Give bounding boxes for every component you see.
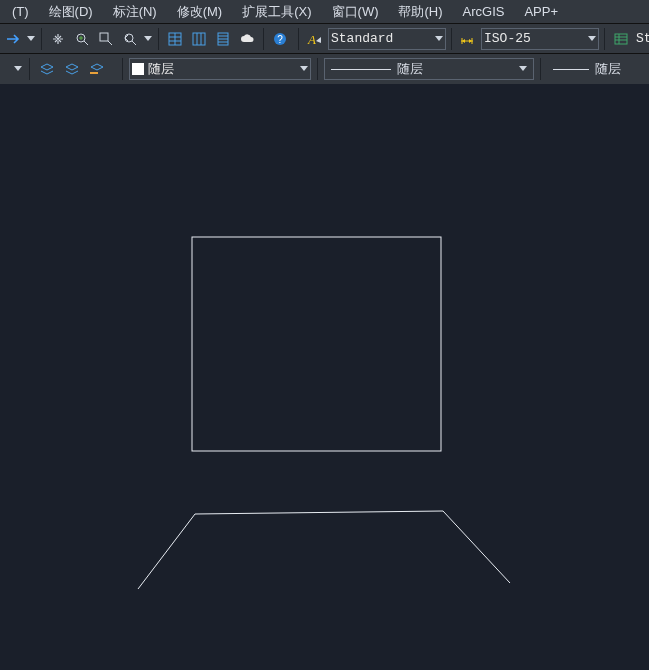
- drawing-canvas[interactable]: [0, 84, 649, 670]
- zoom-realtime-icon[interactable]: [71, 28, 93, 50]
- separator: [29, 58, 30, 80]
- lineweight-value: 随层: [595, 60, 621, 78]
- separator: [451, 28, 452, 50]
- zoom-window-icon[interactable]: [95, 28, 117, 50]
- dim-style-value: ISO-25: [484, 31, 584, 46]
- layer-state-icon[interactable]: [36, 58, 58, 80]
- text-style-icon[interactable]: A: [304, 28, 326, 50]
- arrow-right-icon[interactable]: [2, 28, 24, 50]
- separator: [317, 58, 318, 80]
- svg-point-2: [125, 34, 133, 42]
- tool-palettes-icon[interactable]: [212, 28, 234, 50]
- dim-style-icon[interactable]: [457, 28, 479, 50]
- dropdown-icon[interactable]: [26, 28, 36, 50]
- shape-trapezoid[interactable]: [138, 511, 510, 589]
- menu-item-t[interactable]: (T): [2, 2, 39, 21]
- layer-isolate-icon[interactable]: [86, 58, 108, 80]
- shape-rectangle[interactable]: [192, 237, 441, 451]
- dropdown-icon[interactable]: [13, 58, 23, 80]
- linetype-combo[interactable]: 随层: [324, 58, 534, 80]
- toolbar-primary: ? A Standard ISO-25 Sta: [0, 24, 649, 54]
- color-swatch: [132, 63, 144, 75]
- svg-text:A: A: [307, 32, 316, 47]
- svg-rect-1: [100, 33, 108, 41]
- menu-item-draw[interactable]: 绘图(D): [39, 1, 103, 23]
- sheet-set-icon[interactable]: [188, 28, 210, 50]
- lineweight-combo[interactable]: 随层: [547, 58, 647, 80]
- cloud-icon[interactable]: [236, 28, 258, 50]
- separator: [604, 28, 605, 50]
- separator: [298, 28, 299, 50]
- menu-item-modify[interactable]: 修改(M): [167, 1, 233, 23]
- dropdown-icon[interactable]: [143, 28, 153, 50]
- menu-item-extensions[interactable]: 扩展工具(X): [232, 1, 321, 23]
- table-style-icon[interactable]: [610, 28, 632, 50]
- menu-item-dimension[interactable]: 标注(N): [103, 1, 167, 23]
- text-style-value: Standard: [331, 31, 431, 46]
- menu-item-window[interactable]: 窗口(W): [322, 1, 389, 23]
- separator: [41, 28, 42, 50]
- lineweight-sample: [553, 69, 589, 70]
- text-style-combo[interactable]: Standard: [328, 28, 446, 50]
- separator: [122, 58, 123, 80]
- help-icon[interactable]: ?: [269, 28, 291, 50]
- svg-rect-4: [193, 33, 205, 45]
- linetype-sample: [331, 69, 391, 70]
- separator: [158, 28, 159, 50]
- table-style-label: Sta: [634, 31, 649, 46]
- layer-previous-icon[interactable]: [61, 58, 83, 80]
- menu-item-help[interactable]: 帮助(H): [388, 1, 452, 23]
- svg-text:?: ?: [277, 34, 283, 45]
- dim-style-combo[interactable]: ISO-25: [481, 28, 599, 50]
- separator: [540, 58, 541, 80]
- menu-bar: (T) 绘图(D) 标注(N) 修改(M) 扩展工具(X) 窗口(W) 帮助(H…: [0, 0, 649, 24]
- svg-rect-9: [615, 34, 627, 44]
- properties-table-icon[interactable]: [164, 28, 186, 50]
- color-value: 随层: [148, 60, 296, 78]
- linetype-value: 随层: [397, 60, 513, 78]
- toolbar-properties: 随层 随层 随层: [0, 54, 649, 84]
- zoom-previous-icon[interactable]: [119, 28, 141, 50]
- separator: [263, 28, 264, 50]
- color-combo[interactable]: 随层: [129, 58, 311, 80]
- menu-item-arcgis[interactable]: ArcGIS: [453, 2, 515, 21]
- pan-icon[interactable]: [47, 28, 69, 50]
- menu-item-app-plus[interactable]: APP+: [514, 2, 568, 21]
